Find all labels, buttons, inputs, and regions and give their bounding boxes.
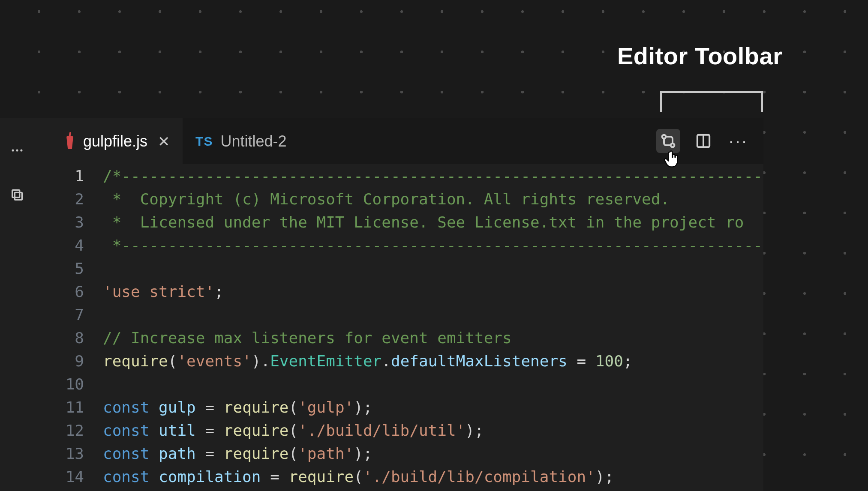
code-area[interactable]: 1/*-------------------------------------… (51, 164, 763, 491)
line-number: 8 (51, 329, 103, 347)
code-text: /*--------------------------------------… (103, 167, 763, 185)
editor-frame: gulpfile.js ✕ TS Untitled-2 (0, 118, 763, 491)
line-number: 12 (51, 422, 103, 439)
code-text: const compilation = require('./build/lib… (103, 468, 614, 485)
code-text: * Copyright (c) Microsoft Corporation. A… (103, 190, 670, 208)
code-line[interactable]: 4 *-------------------------------------… (51, 234, 763, 257)
code-line[interactable]: 11const gulp = require('gulp'); (51, 395, 763, 419)
editor-toolbar: ··· (649, 118, 758, 164)
code-text: * Licensed under the MIT License. See Li… (103, 213, 744, 231)
svg-point-2 (20, 149, 22, 151)
annotation-callout: Editor Toolbar (617, 42, 783, 70)
svg-point-5 (662, 135, 666, 139)
line-number: 2 (51, 190, 103, 208)
close-icon[interactable]: ✕ (158, 133, 170, 150)
annotation-label: Editor Toolbar (617, 42, 783, 70)
compare-changes-icon[interactable] (656, 129, 680, 153)
code-line[interactable]: 13const path = require('path'); (51, 442, 763, 465)
code-line[interactable]: 9require('events').EventEmitter.defaultM… (51, 349, 763, 372)
split-editor-icon[interactable] (691, 129, 715, 153)
svg-rect-3 (12, 190, 20, 198)
code-text: 'use strict'; (103, 283, 224, 300)
line-number: 5 (51, 260, 103, 277)
code-text: // Increase max listeners for event emit… (103, 329, 512, 347)
svg-point-0 (12, 149, 14, 151)
svg-point-1 (16, 149, 18, 151)
code-line[interactable]: 14const compilation = require('./build/l… (51, 465, 763, 488)
code-text: *---------------------------------------… (103, 237, 763, 254)
gulp-file-icon (64, 133, 75, 150)
tab-gulpfile[interactable]: gulpfile.js ✕ (51, 118, 183, 164)
code-line[interactable]: 8// Increase max listeners for event emi… (51, 326, 763, 349)
gutter-more-icon[interactable] (5, 138, 29, 162)
tab-untitled[interactable]: TS Untitled-2 (183, 118, 299, 164)
code-text: const gulp = require('gulp'); (103, 398, 372, 416)
line-number: 11 (51, 398, 103, 416)
line-number: 14 (51, 468, 103, 485)
code-text: const util = require('./build/lib/util')… (103, 422, 484, 439)
code-line[interactable]: 5 (51, 257, 763, 280)
line-number: 4 (51, 237, 103, 254)
editor-left-gutter (0, 118, 34, 491)
code-text: const path = require('path'); (103, 445, 372, 462)
tab-bar: gulpfile.js ✕ TS Untitled-2 (51, 118, 763, 164)
code-line[interactable]: 7 (51, 303, 763, 326)
line-number: 7 (51, 306, 103, 323)
code-line[interactable]: 1/*-------------------------------------… (51, 164, 763, 187)
annotation-bracket (660, 91, 763, 112)
code-line[interactable]: 6'use strict'; (51, 280, 763, 303)
svg-rect-4 (15, 192, 22, 200)
svg-point-6 (671, 144, 675, 147)
code-line[interactable]: 12const util = require('./build/lib/util… (51, 419, 763, 442)
code-text: require('events').EventEmitter.defaultMa… (103, 352, 633, 370)
tab-label: gulpfile.js (83, 132, 147, 150)
line-number: 10 (51, 375, 103, 393)
code-line[interactable]: 2 * Copyright (c) Microsoft Corporation.… (51, 187, 763, 210)
collapse-all-icon[interactable] (5, 183, 29, 207)
code-line[interactable]: 3 * Licensed under the MIT License. See … (51, 210, 763, 234)
ts-file-icon: TS (195, 134, 213, 149)
line-number: 9 (51, 352, 103, 370)
line-number: 6 (51, 283, 103, 300)
line-number: 13 (51, 445, 103, 462)
more-actions-icon[interactable]: ··· (727, 132, 751, 151)
tab-label: Untitled-2 (220, 132, 286, 150)
code-line[interactable]: 10 (51, 372, 763, 395)
line-number: 1 (51, 167, 103, 185)
line-number: 3 (51, 213, 103, 231)
